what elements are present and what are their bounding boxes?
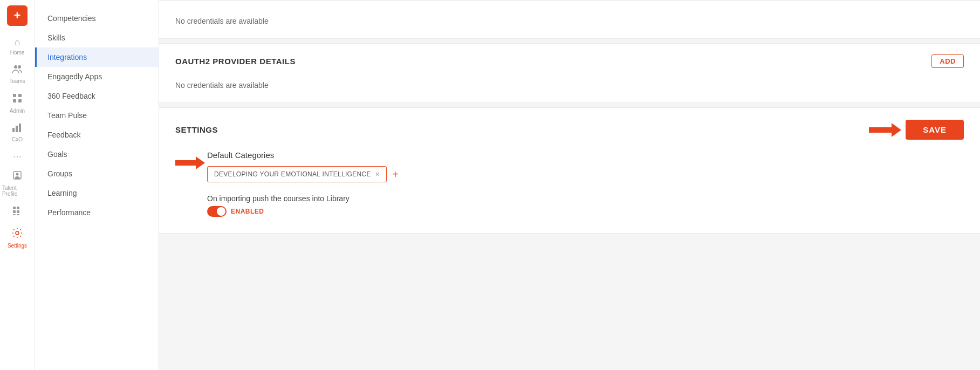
svg-rect-6 xyxy=(12,128,15,132)
teams-icon xyxy=(12,64,23,77)
add-category-button[interactable]: + xyxy=(392,169,399,180)
svg-rect-8 xyxy=(19,124,21,132)
svg-point-10 xyxy=(16,173,19,176)
save-arrow-icon xyxy=(869,122,901,138)
nav-label-teams: Teams xyxy=(9,78,25,84)
svg-marker-19 xyxy=(175,156,205,169)
oauth2-no-credentials: No credentials are available xyxy=(175,76,964,92)
svg-rect-3 xyxy=(18,94,22,97)
nav-item-home[interactable]: ⌂ Home xyxy=(0,32,35,60)
admin-icon xyxy=(12,93,23,106)
sidebar-item-competencies[interactable]: Competencies xyxy=(35,9,159,28)
category-tag: DEVELOPING YOUR EMOTIONAL INTELLIGENCE × xyxy=(207,166,387,182)
import-row: On importing push the courses into Libra… xyxy=(207,194,964,217)
sidebar-item-groups[interactable]: Groups xyxy=(35,164,159,183)
nav-label-talent: Talent Profile xyxy=(2,185,32,197)
sidebar: Competencies Skills Integrations Engaged… xyxy=(35,0,159,370)
category-tag-text: DEVELOPING YOUR EMOTIONAL INTELLIGENCE xyxy=(214,170,371,178)
talent-icon xyxy=(12,170,23,183)
settings-section: SETTINGS SAVE Default Categories xyxy=(159,107,980,234)
toggle-label: ENABLED xyxy=(231,208,264,215)
svg-rect-11 xyxy=(13,207,16,209)
sidebar-item-skills[interactable]: Skills xyxy=(35,28,159,47)
svg-rect-4 xyxy=(13,99,16,102)
default-categories-label: Default Categories xyxy=(207,150,964,160)
oauth2-section: OAUTH2 PROVIDER DETAILS ADD No credentia… xyxy=(159,43,980,103)
oauth2-title: OAUTH2 PROVIDER DETAILS xyxy=(175,57,296,66)
sidebar-item-engagedly-apps[interactable]: Engagedly Apps xyxy=(35,67,159,86)
categories-arrow-icon xyxy=(175,156,205,170)
nav-item-cxo[interactable]: CxO xyxy=(0,118,35,147)
nav-item-more[interactable]: ··· xyxy=(0,147,35,166)
main-content: No credentials are available OAUTH2 PROV… xyxy=(159,0,980,370)
categories-row: DEVELOPING YOUR EMOTIONAL INTELLIGENCE ×… xyxy=(207,166,964,182)
sidebar-item-performance[interactable]: Performance xyxy=(35,203,159,222)
svg-rect-7 xyxy=(16,126,18,132)
toggle-row: ENABLED xyxy=(207,206,964,217)
nav-item-admin[interactable]: Admin xyxy=(0,88,35,118)
add-oauth2-button[interactable]: ADD xyxy=(931,54,964,68)
svg-point-1 xyxy=(18,65,21,68)
svg-rect-5 xyxy=(18,99,22,102)
svg-rect-12 xyxy=(17,207,19,209)
more-icon: ··· xyxy=(13,150,22,162)
import-label: On importing push the courses into Libra… xyxy=(207,194,964,203)
nav-item-grid[interactable] xyxy=(0,201,35,223)
app-logo[interactable]: + xyxy=(7,5,28,26)
sidebar-item-learning[interactable]: Learning xyxy=(35,183,159,203)
sidebar-item-360-feedback[interactable]: 360 Feedback xyxy=(35,86,159,106)
settings-title: SETTINGS xyxy=(175,125,218,134)
svg-rect-14 xyxy=(17,210,19,213)
nav-label-settings: Settings xyxy=(8,243,27,249)
svg-rect-13 xyxy=(13,210,16,213)
saml-section: No credentials are available xyxy=(159,0,980,39)
nav-item-teams[interactable]: Teams xyxy=(0,60,35,88)
svg-rect-2 xyxy=(13,94,16,97)
saml-no-credentials: No credentials are available xyxy=(175,11,964,28)
sidebar-item-goals[interactable]: Goals xyxy=(35,145,159,164)
home-icon: ⌂ xyxy=(15,37,20,48)
toggle-knob xyxy=(217,207,225,216)
nav-label-cxo: CxO xyxy=(12,136,23,142)
grid-icon xyxy=(12,205,23,219)
category-close-button[interactable]: × xyxy=(375,170,380,179)
nav-item-settings[interactable]: Settings xyxy=(0,223,35,253)
cxo-icon xyxy=(12,122,23,135)
logo-icon: + xyxy=(14,9,21,23)
svg-rect-16 xyxy=(17,214,19,215)
oauth2-header: OAUTH2 PROVIDER DETAILS ADD xyxy=(175,54,964,68)
svg-point-0 xyxy=(14,65,17,68)
svg-marker-18 xyxy=(869,123,901,137)
svg-point-17 xyxy=(16,231,19,235)
settings-icon xyxy=(12,228,23,241)
import-toggle[interactable] xyxy=(207,206,227,217)
sidebar-item-feedback[interactable]: Feedback xyxy=(35,125,159,145)
nav-label-home: Home xyxy=(10,50,25,56)
sidebar-item-team-pulse[interactable]: Team Pulse xyxy=(35,106,159,125)
left-navigation: + ⌂ Home Teams Admin xyxy=(0,0,35,370)
sidebar-item-integrations[interactable]: Integrations xyxy=(35,47,159,67)
default-categories-area: Default Categories DEVELOPING YOUR EMOTI… xyxy=(207,150,964,217)
svg-rect-15 xyxy=(13,214,16,215)
nav-item-talent[interactable]: Talent Profile xyxy=(0,166,35,201)
settings-header: SETTINGS SAVE xyxy=(175,120,964,140)
nav-label-admin: Admin xyxy=(10,108,25,114)
save-wrapper: SAVE xyxy=(869,120,964,140)
save-button[interactable]: SAVE xyxy=(906,120,964,140)
